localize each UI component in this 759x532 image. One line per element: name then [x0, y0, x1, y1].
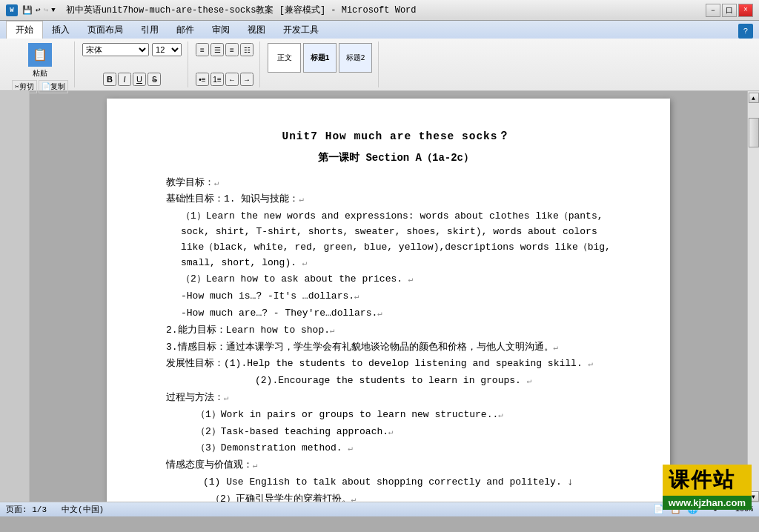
close-button[interactable]: × — [738, 4, 753, 17]
document-area: Unit7 How much are these socks？ 第一课时 Sec… — [0, 91, 759, 502]
para-ability: 2.能力目标：Learn how to shop.↵ — [166, 323, 626, 339]
tab-insert[interactable]: 插入 — [43, 21, 79, 39]
heading2-style[interactable]: 标题2 — [339, 43, 372, 73]
indent-decrease-button[interactable]: ← — [225, 73, 239, 86]
scrollbar-thumb[interactable] — [749, 118, 759, 147]
para-item2: （2）Learn how to ask about the prices. ↵ — [166, 272, 626, 287]
document-body: 教学目标：↵ 基础性目标：1. 知识与技能：↵ （1）Learn the new… — [166, 176, 626, 502]
bullet-list-button[interactable]: •≡ — [196, 73, 209, 86]
para-attitude1: (1) Use English to talk about shopping c… — [166, 475, 626, 491]
restore-button[interactable]: 口 — [722, 4, 737, 17]
ribbon-group-font: 宋体 仿宋 黑体 12 14 16 B I U S̶ — [76, 41, 188, 87]
para-attitude: 情感态度与价值观：↵ — [166, 458, 626, 473]
window-controls[interactable]: － 口 × — [706, 4, 753, 17]
style-gallery: 正文 标题1 标题2 — [268, 43, 372, 73]
watermark-top: 课件站 — [663, 465, 752, 496]
document-title: Unit7 How much are these socks？ — [166, 128, 626, 145]
para-emotion: 3.情感目标：通过本课学习，学生学会有礼貌地谈论物品的颜色和价格，与他人文明沟通… — [166, 340, 626, 356]
font-family-select[interactable]: 宋体 仿宋 黑体 — [82, 43, 149, 56]
tab-developer[interactable]: 开发工具 — [274, 21, 328, 39]
para-dialog2: -How much are…? - They're…dollars.↵ — [166, 306, 626, 322]
para-process3: （3）Demonstration method. ↵ — [166, 441, 626, 456]
heading1-style[interactable]: 标题1 — [303, 43, 337, 73]
scroll-up-button[interactable]: ▲ — [749, 93, 759, 103]
para-process: 过程与方法：↵ — [166, 390, 626, 406]
align-center-button[interactable]: ☰ — [211, 43, 224, 56]
italic-button[interactable]: I — [118, 73, 131, 86]
quick-access: 💾 ↩ ↪ ▼ — [22, 5, 56, 15]
tab-review[interactable]: 审阅 — [203, 21, 239, 39]
ribbon-content: 📋 粘贴 ✂剪切 📄复制 宋体 仿宋 黑体 12 14 16 — [0, 39, 759, 90]
para-process1: （1）Work in pairs or groups to learn new … — [166, 408, 626, 423]
para-attitude2: （2）正确引导学生的穿着打扮。↵ — [166, 492, 626, 502]
para-basic-goal: 基础性目标：1. 知识与技能：↵ — [166, 192, 626, 207]
watermark: 课件站 www.kjzhan.com — [663, 465, 752, 510]
font-size-select[interactable]: 12 14 16 — [152, 43, 182, 56]
para-teaching-goal: 教学目标：↵ — [166, 176, 626, 191]
watermark-bottom: www.kjzhan.com — [663, 496, 752, 510]
font-name-row: 宋体 仿宋 黑体 12 14 16 — [82, 43, 182, 56]
undo-icon[interactable]: ↩ — [36, 5, 41, 15]
paste-label: 粘贴 — [33, 68, 47, 79]
minimize-button[interactable]: － — [706, 4, 720, 17]
redo-icon[interactable]: ↪ — [44, 5, 49, 15]
tab-mail[interactable]: 邮件 — [168, 21, 203, 39]
strikethrough-button[interactable]: S̶ — [148, 73, 161, 86]
para-item1: （1）Learn the new words and expressions: … — [166, 209, 626, 270]
save-icon[interactable]: 💾 — [22, 5, 33, 15]
para-dialog1: -How much is…? -It's …dollars.↵ — [166, 289, 626, 305]
normal-style[interactable]: 正文 — [268, 43, 301, 73]
ribbon-group-paragraph: ≡ ☰ ≡ ☷ •≡ 1≡ ← → — [190, 41, 260, 87]
ribbon-group-styles: 正文 标题1 标题2 — [262, 41, 379, 87]
para-develop1: 发展性目标：(1).Help the students to develop l… — [166, 356, 626, 372]
indent-increase-button[interactable]: → — [240, 73, 253, 86]
tab-start[interactable]: 开始 — [6, 21, 43, 39]
para-process2: （2）Task-based teaching approach.↵ — [166, 425, 626, 440]
numbered-list-button[interactable]: 1≡ — [211, 73, 224, 86]
help-icon[interactable]: ? — [738, 24, 753, 39]
scrollbar-track[interactable] — [749, 103, 759, 491]
font-style-row: B I U S̶ — [103, 73, 161, 86]
list-row: •≡ 1≡ ← → — [196, 73, 253, 86]
title-bar: W 💾 ↩ ↪ ▼ 初中英语unit7how-much-are-these-so… — [0, 0, 759, 21]
align-row: ≡ ☰ ≡ ☷ — [196, 43, 253, 56]
document-subtitle: 第一课时 Section A（1a-2c） — [166, 150, 626, 166]
ribbon-group-clipboard: 📋 粘贴 ✂剪切 📄复制 — [6, 41, 75, 87]
ribbon: 开始 插入 页面布局 引用 邮件 审阅 视图 开发工具 ? 📋 粘贴 ✂剪切 📄… — [0, 21, 759, 91]
title-text: 初中英语unit7how-much-are-these-socks教案 [兼容模… — [66, 4, 417, 16]
tab-view[interactable]: 视图 — [239, 21, 274, 39]
paste-button[interactable]: 📋 粘贴 — [28, 43, 52, 79]
justify-button[interactable]: ☷ — [240, 43, 253, 56]
tab-layout[interactable]: 页面布局 — [79, 21, 132, 39]
page-container: Unit7 How much are these socks？ 第一课时 Sec… — [30, 91, 747, 502]
dropdown-icon[interactable]: ▼ — [51, 7, 55, 14]
bold-button[interactable]: B — [103, 73, 116, 86]
word-icon: W — [6, 4, 18, 16]
vertical-scrollbar[interactable]: ▲ ▼ — [747, 91, 759, 502]
align-left-button[interactable]: ≡ — [196, 43, 209, 56]
tab-references[interactable]: 引用 — [132, 21, 168, 39]
language-info: 中文(中国) — [62, 504, 104, 515]
left-ruler — [0, 91, 30, 502]
align-right-button[interactable]: ≡ — [225, 43, 239, 56]
underline-button[interactable]: U — [133, 73, 146, 86]
page-info: 页面: 1/3 — [6, 504, 47, 515]
status-bar: 页面: 1/3 中文(中国) 📄 📋 🌐 ——●——— 100% — [0, 502, 759, 516]
para-develop2: (2).Encourage the students to learn in g… — [166, 373, 626, 389]
title-bar-left: W 💾 ↩ ↪ ▼ 初中英语unit7how-much-are-these-so… — [6, 4, 417, 16]
paste-icon: 📋 — [28, 43, 52, 67]
ribbon-tab-bar: 开始 插入 页面布局 引用 邮件 审阅 视图 开发工具 ? — [0, 21, 759, 39]
document-page[interactable]: Unit7 How much are these socks？ 第一课时 Sec… — [107, 99, 670, 502]
